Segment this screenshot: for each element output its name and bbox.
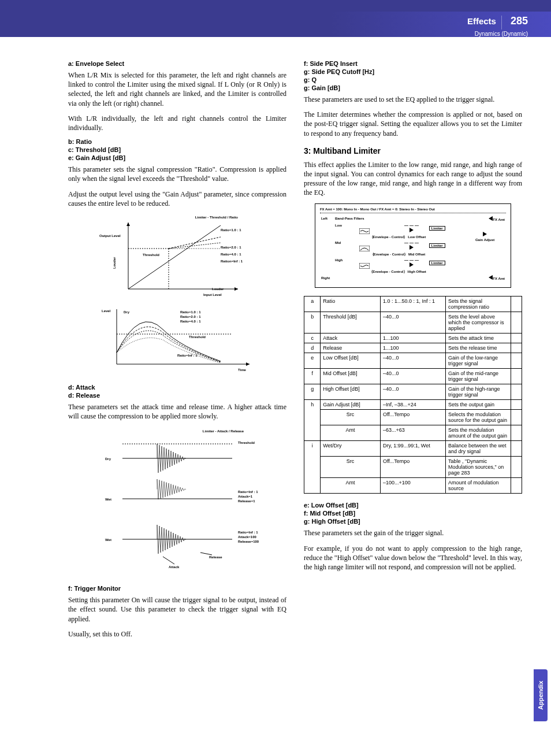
param-f-side: f: Side PEQ Insert: [304, 60, 522, 67]
svg-text:Level: Level: [102, 309, 111, 313]
table-row: gHigh Offset [dB]–40...0Gain of the high…: [304, 384, 522, 400]
table-row: aRatio1.0 : 1...50.0 : 1, Inf : 1Sets th…: [304, 297, 522, 312]
svg-text:Ratio=Inf : 1: Ratio=Inf : 1: [238, 490, 258, 494]
table-row: cAttack1...100Sets the attack time: [304, 333, 522, 343]
param-e-gain: e: Gain Adjust [dB]: [68, 154, 286, 161]
svg-text:Input Level: Input Level: [203, 293, 222, 297]
svg-text:Ratio=4.0 : 1: Ratio=4.0 : 1: [221, 253, 241, 256]
header-subtitle: Dynamics (Dynamic): [0, 31, 528, 37]
svg-line-12: [128, 225, 221, 289]
top-bar: [0, 0, 551, 12]
param-f-trigger: f: Trigger Monitor: [68, 585, 286, 592]
svg-marker-3: [234, 287, 238, 291]
header-title: Effects: [467, 16, 496, 26]
svg-text:Louder: Louder: [113, 257, 116, 269]
table-row: dRelease1...100Sets the release time: [304, 343, 522, 353]
svg-text:Ratio=1.0 : 1: Ratio=1.0 : 1: [221, 228, 241, 232]
param-g-high: g: High Offset [dB]: [304, 518, 522, 525]
para: The Limiter determines whether the compr…: [304, 110, 522, 138]
svg-line-50: [163, 557, 174, 564]
diagram-attack-release: Limiter - Attack / Release Threshold Dry…: [79, 427, 276, 577]
diagram-threshold-ratio: Limiter - Threshold / Ratio Output Level…: [79, 214, 276, 376]
para: When L/R Mix is selected for this parame…: [68, 71, 286, 108]
svg-text:Release: Release: [209, 555, 222, 559]
table-row: hGain Adjust [dB]–Inf, –38...+24Sets the…: [304, 400, 522, 410]
svg-text:Louder: Louder: [212, 287, 224, 291]
svg-text:Wet: Wet: [105, 538, 111, 542]
table-row: SrcOff...TempoSelects the modulation sou…: [304, 410, 522, 425]
svg-text:Attack=1: Attack=1: [238, 495, 253, 498]
svg-text:Ratio=4.0 : 1: Ratio=4.0 : 1: [180, 320, 201, 323]
svg-text:Limiter - Threshold / Ratio: Limiter - Threshold / Ratio: [195, 216, 239, 219]
table-row: Amt–63...+63Sets the modulation amount o…: [304, 425, 522, 441]
svg-text:Threshold: Threshold: [238, 441, 255, 444]
para: These parameters set the gain of the tri…: [304, 528, 522, 538]
svg-text:Dry: Dry: [124, 310, 130, 314]
svg-text:Release=100: Release=100: [238, 540, 259, 543]
para: For example, if you do not want to apply…: [304, 544, 522, 572]
table-row: bThreshold [dB]–40...0Sets the level abo…: [304, 312, 522, 333]
para: This parameter sets the signal compressi…: [68, 165, 286, 183]
table-row: Amt–100...+100Amount of modulation sourc…: [304, 478, 522, 494]
param-f-mid: f: Mid Offset [dB]: [304, 510, 522, 517]
svg-text:Attack: Attack: [169, 565, 180, 569]
diagram-multiband-block: FX Amt = 100: Mono In - Mono Out / FX Am…: [315, 203, 511, 288]
para: This effect applies the Limiter to the l…: [304, 160, 522, 198]
svg-text:Release=1: Release=1: [238, 499, 255, 503]
para: With L/R individually, the left and righ…: [68, 114, 286, 132]
svg-text:Time: Time: [238, 368, 247, 372]
left-column: a: Envelope Select When L/R Mix is selec…: [68, 60, 286, 644]
page-number: 285: [511, 15, 528, 27]
para: These parameters are used to set the EQ …: [304, 95, 522, 104]
svg-text:Ratio=Inf : 1: Ratio=Inf : 1: [238, 531, 258, 534]
svg-text:Ratio=Inf : 1: Ratio=Inf : 1: [177, 354, 198, 357]
param-b-ratio: b: Ratio: [68, 138, 286, 145]
table-row: fMid Offset [dB]–40...0Gain of the mid-r…: [304, 369, 522, 384]
svg-line-14: [169, 237, 221, 249]
svg-text:Threshold: Threshold: [143, 253, 159, 257]
param-d-release: d: Release: [68, 392, 286, 399]
svg-marker-4: [126, 223, 130, 226]
table-row: eLow Offset [dB]–40...0Gain of the low-r…: [304, 353, 522, 369]
table-row: iWet/DryDry, 1:99...99:1, WetBalance bet…: [304, 441, 522, 457]
svg-rect-52: [359, 246, 370, 251]
svg-text:Ration=Inf : 1: Ration=Inf : 1: [221, 260, 243, 263]
param-d-attack: d: Attack: [68, 384, 286, 391]
table-row: SrcOff...TempoTable , "Dynamic Modulatio…: [304, 457, 522, 478]
svg-marker-22: [246, 362, 250, 366]
svg-text:Ratio=2.0 : 1: Ratio=2.0 : 1: [180, 315, 201, 318]
svg-text:Threshold: Threshold: [189, 335, 206, 339]
param-g-side: g: Side PEQ Cutoff [Hz]: [304, 68, 522, 75]
param-e-low: e: Low Offset [dB]: [304, 502, 522, 509]
param-g-q: g: Q: [304, 76, 522, 83]
svg-text:Wet: Wet: [105, 498, 111, 501]
para: Setting this parameter On will cause the…: [68, 595, 286, 624]
page-header: Effects 285 Dynamics (Dynamic): [0, 12, 551, 37]
svg-text:Attack=100: Attack=100: [238, 535, 257, 539]
svg-line-49: [200, 553, 212, 555]
parameter-table: aRatio1.0 : 1...50.0 : 1, Inf : 1Sets th…: [304, 296, 522, 494]
svg-text:Ratio=2.0 : 1: Ratio=2.0 : 1: [221, 246, 241, 249]
param-c-threshold: c: Threshold [dB]: [68, 146, 286, 153]
side-tab-appendix: Appendix: [534, 669, 548, 721]
diagram-title: FX Amt = 100: Mono In - Mono Out / FX Am…: [320, 207, 506, 213]
para: Adjust the output level using the "Gain …: [68, 190, 286, 208]
param-a-envelope: a: Envelope Select: [68, 60, 286, 67]
svg-text:Output Level: Output Level: [99, 234, 121, 238]
section-3-heading: 3: Multiband Limiter: [304, 146, 522, 155]
svg-text:Dry: Dry: [105, 457, 111, 461]
para: These parameters set the attack time and…: [68, 402, 286, 421]
right-column: f: Side PEQ Insert g: Side PEQ Cutoff [H…: [304, 60, 522, 644]
para: Usually, set this to Off.: [68, 629, 286, 639]
svg-text:Ratio=1.0 : 1: Ratio=1.0 : 1: [180, 310, 201, 314]
param-g-gain: g: Gain [dB]: [304, 84, 522, 91]
svg-text:Limiter - Attack / Release: Limiter - Attack / Release: [203, 429, 244, 433]
